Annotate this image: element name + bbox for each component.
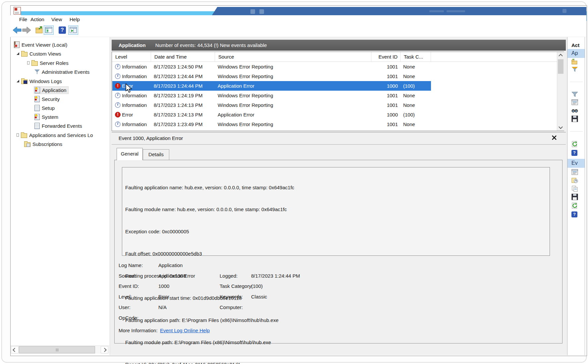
attach-task-action-icon[interactable] (571, 177, 578, 184)
folder-icon (21, 133, 27, 138)
tree-item-label: Windows Logs (29, 78, 62, 84)
open-saved-log-button[interactable] (35, 26, 44, 34)
event-row[interactable]: Information 8/17/2023 1:24:44 PM Windows… (112, 71, 557, 81)
tree-item-applications-and-services[interactable]: Applications and Services Lo (17, 131, 93, 139)
help-action-icon[interactable]: ? (571, 150, 578, 156)
open-saved-log-action-icon[interactable] (571, 59, 578, 65)
collapsed-arrow-icon[interactable] (17, 133, 19, 137)
tree-item-custom-views[interactable]: Custom Views (17, 49, 61, 58)
column-header-event-id[interactable]: Event ID (371, 52, 401, 62)
actions-panel-border (585, 37, 585, 355)
scroll-right-button[interactable] (101, 346, 108, 353)
tree-main-divider[interactable] (110, 37, 110, 355)
tree-item-event-viewer-local[interactable]: Event Viewer (Local) (14, 40, 67, 49)
event-row[interactable]: Information 8/17/2023 1:23:49 PM Windows… (112, 119, 557, 129)
event-description-box[interactable]: Faulting application name: hub.exe, vers… (122, 167, 550, 256)
menu-view[interactable]: View (51, 17, 62, 22)
filter-current-log-action-icon[interactable] (571, 91, 578, 98)
save-selected-events-action-icon[interactable] (571, 194, 578, 200)
scroll-left-button[interactable] (11, 346, 19, 353)
copy-action-icon[interactable] (571, 185, 578, 192)
event-properties-action-icon[interactable] (571, 169, 578, 175)
event-id-label: Event ID: (119, 283, 139, 289)
tree-item-subscriptions[interactable]: Subscriptions (24, 140, 62, 148)
back-button[interactable] (13, 26, 22, 34)
console-tree-icon (44, 26, 53, 34)
event-row[interactable]: Information 8/17/2023 1:24:50 PM Windows… (112, 62, 557, 71)
scroll-up-button[interactable] (557, 52, 564, 59)
tree-item-application[interactable]: Application (34, 86, 69, 94)
expanded-arrow-icon[interactable] (17, 80, 19, 82)
menu-help[interactable]: Help (70, 17, 80, 22)
create-custom-view-action-icon[interactable] (571, 66, 578, 73)
refresh-event-action-icon[interactable] (571, 203, 578, 209)
keywords-label: Keywords: (220, 294, 243, 299)
logged-label: Logged: (220, 273, 238, 279)
menu-action[interactable]: Action (30, 17, 44, 22)
save-all-events-as-action-icon[interactable] (571, 115, 578, 122)
information-icon (115, 64, 121, 69)
tree-item-administrative-events[interactable]: Administrative Events (34, 68, 89, 76)
event-log-online-help-link[interactable]: Event Log Online Help (160, 328, 210, 333)
log-name-label: Log Name: (119, 262, 143, 268)
tab-details[interactable]: Details (143, 149, 169, 160)
event-list: Level Date and Time Source Event ID Task… (112, 52, 564, 131)
tree-item-label: Setup (42, 105, 55, 111)
collapsed-arrow-icon[interactable] (27, 61, 29, 65)
help-button[interactable]: ? (59, 26, 66, 34)
find-action-icon[interactable] (571, 107, 578, 114)
properties-action-icon[interactable] (571, 99, 578, 106)
menu-bar: File Action View Help (10, 15, 586, 24)
refresh-action-icon[interactable] (571, 141, 578, 148)
column-header-source[interactable]: Source (215, 52, 371, 62)
event-row[interactable]: Error 8/17/2023 1:24:13 PM Application E… (112, 110, 557, 119)
folder-icon (31, 61, 38, 66)
log-summary-text: Number of events: 44,534 (!) New events … (155, 42, 267, 48)
preview-title: Event 1000, Application Error (119, 135, 183, 141)
tree-item-label: Administrative Events (42, 69, 89, 75)
column-header-level[interactable]: Level (112, 52, 151, 62)
event-list-scrollbar[interactable] (557, 52, 564, 131)
event-row-selected[interactable]: Error 8/17/2023 1:24:44 PM Application E… (112, 81, 557, 91)
chevron-down-icon (559, 125, 563, 129)
filter-icon (34, 69, 40, 74)
error-icon (115, 83, 121, 89)
tree-item-security[interactable]: Security (34, 95, 60, 103)
event-row[interactable]: Information 8/17/2023 1:24:13 PM Windows… (112, 100, 557, 110)
tab-general[interactable]: General (117, 148, 143, 160)
forwarded-events-log-icon (34, 123, 40, 129)
more-information-label: More Information: (119, 328, 158, 333)
actions-group-application[interactable]: Ap (567, 49, 585, 58)
task-category-value: (100) (251, 283, 263, 289)
tree-item-setup[interactable]: Setup (34, 104, 55, 112)
tree-item-server-roles[interactable]: Server Roles (27, 59, 69, 67)
column-header-task-category[interactable]: Task C... (401, 52, 431, 62)
tree-item-system[interactable]: System (34, 113, 58, 121)
scrollbar-thumb[interactable] (558, 59, 563, 74)
menu-file[interactable]: File (19, 17, 27, 22)
tree-item-label: Security (42, 96, 60, 102)
hscrollbar-thumb[interactable] (19, 346, 95, 353)
help-event-action-icon[interactable]: ? (571, 211, 578, 218)
forward-button[interactable] (22, 26, 31, 34)
task-category-label: Task Category: (220, 283, 253, 289)
expanded-arrow-icon[interactable] (17, 52, 19, 55)
tree-horizontal-scrollbar[interactable] (11, 345, 109, 354)
actions-group-event[interactable]: Ev (567, 159, 585, 168)
chevron-left-icon (13, 348, 17, 352)
scroll-down-button[interactable] (557, 124, 564, 131)
show-action-pane-toggle[interactable] (68, 25, 78, 35)
tree-item-label: Applications and Services Lo (29, 132, 93, 138)
column-header-date-time[interactable]: Date and Time (151, 52, 215, 62)
actions-divider (570, 82, 583, 82)
close-preview-button[interactable] (551, 135, 557, 141)
actions-panel-title: Act (571, 42, 579, 48)
keywords-value: Classic (251, 294, 267, 299)
tree-item-windows-logs[interactable]: Windows Logs (17, 77, 62, 85)
information-icon (115, 121, 121, 127)
level-value: Error (158, 294, 169, 299)
tree-item-forwarded-events[interactable]: Forwarded Events (34, 121, 82, 130)
event-row[interactable]: Information 8/17/2023 1:24:19 PM Windows… (112, 91, 557, 100)
subscriptions-icon (24, 142, 30, 147)
show-console-tree-toggle[interactable] (44, 25, 54, 35)
